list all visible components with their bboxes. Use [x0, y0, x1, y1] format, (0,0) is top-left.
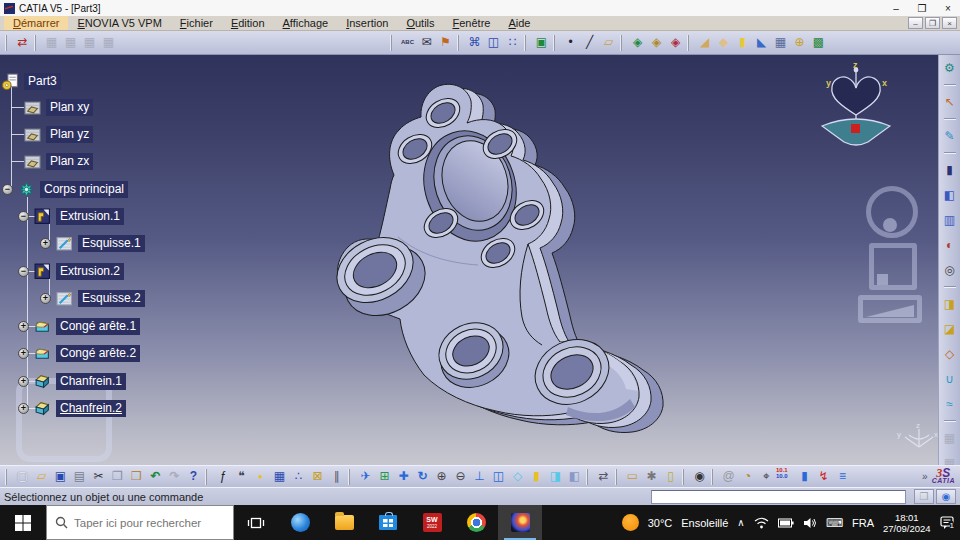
measure-icon[interactable]: 10.110.0: [776, 467, 795, 486]
status-globe-button[interactable]: ◉: [936, 489, 956, 504]
taskbar-solidworks[interactable]: SW 2022: [410, 505, 454, 540]
compass-widget[interactable]: z y x: [812, 60, 902, 155]
knowledge-dot-icon[interactable]: ●: [251, 467, 270, 486]
tree-item-esquisse-2[interactable]: + Esquisse.2: [40, 288, 145, 308]
fit-all-icon[interactable]: ⊞: [375, 467, 394, 486]
hole-tool-icon[interactable]: ◎: [941, 261, 959, 279]
stamp-icon[interactable]: ⚑: [436, 33, 455, 52]
touch-keyboard-icon[interactable]: ⌨: [826, 516, 843, 530]
view-diamond-icon[interactable]: ◆: [714, 33, 733, 52]
wifi-icon[interactable]: [754, 517, 769, 529]
enovia-sync-icon[interactable]: ⇄: [13, 33, 32, 52]
expand-expander[interactable]: +: [40, 238, 51, 249]
fold-tool-icon[interactable]: ◪: [941, 320, 959, 338]
toolbar-grip[interactable]: [205, 469, 209, 485]
view-cylinder-icon[interactable]: ▮: [733, 33, 752, 52]
view-target-icon[interactable]: ⊕: [790, 33, 809, 52]
tree-item-label[interactable]: Plan yz: [46, 126, 93, 143]
status-window-button[interactable]: ❐: [914, 489, 934, 504]
speaker-icon[interactable]: [803, 517, 817, 529]
part-3d-model[interactable]: [0, 55, 938, 465]
taskbar-task-view[interactable]: [234, 505, 278, 540]
toolbar-grip[interactable]: [524, 35, 528, 51]
restore-button[interactable]: ❐: [914, 3, 930, 14]
tree-item-label[interactable]: Corps principal: [40, 181, 128, 198]
expand-expander[interactable]: +: [18, 376, 29, 387]
view-colorbox-icon[interactable]: ▩: [809, 33, 828, 52]
surface-tool-icon[interactable]: ≈: [941, 395, 959, 413]
machine-icon[interactable]: ✱: [642, 467, 661, 486]
tree-item-corps-principal[interactable]: − Corps principal: [2, 179, 128, 199]
point-icon[interactable]: •: [561, 33, 580, 52]
mirror-planes-icon[interactable]: ◫: [484, 33, 503, 52]
speech-bubble-icon[interactable]: ❝: [232, 467, 251, 486]
iso-view-icon[interactable]: ◇: [508, 467, 527, 486]
tree-item-part3[interactable]: Part3: [2, 71, 61, 91]
selection-frame-icon[interactable]: ▣: [532, 33, 551, 52]
cut-icon[interactable]: ✂: [89, 467, 108, 486]
menu-edition[interactable]: Edition: [222, 16, 274, 30]
cylinder-icon[interactable]: ▮: [795, 467, 814, 486]
tree-item-label[interactable]: Chanfrein.1: [56, 373, 126, 390]
render-style-a-icon[interactable]: ◨: [546, 467, 565, 486]
undo-icon[interactable]: ↶: [146, 467, 165, 486]
rotate-icon[interactable]: ↻: [413, 467, 432, 486]
weather-temp[interactable]: 30°C: [648, 517, 673, 529]
pocket-tool-icon[interactable]: ◧: [941, 186, 959, 204]
expand-expander[interactable]: +: [40, 293, 51, 304]
new-document-icon[interactable]: ▢: [13, 467, 32, 486]
view-blue-wedge-icon[interactable]: ◣: [752, 33, 771, 52]
toolbar-grip[interactable]: [34, 35, 38, 51]
annotation-balloon-icon[interactable]: ✉: [417, 33, 436, 52]
sketcher-icon[interactable]: ✎: [941, 127, 959, 145]
toolbar-grip[interactable]: [586, 469, 590, 485]
shaft-tool-icon[interactable]: ◐: [941, 236, 959, 254]
close-button[interactable]: ×: [940, 3, 956, 14]
fillet-tool-icon[interactable]: ∪: [941, 370, 959, 388]
tree-item-conge-arete-2[interactable]: + Congé arête.2: [18, 343, 140, 363]
tree-item-extrusion-2[interactable]: − Extrusion.2: [18, 261, 124, 281]
collapse-expander[interactable]: −: [18, 266, 29, 277]
toolbar-grip[interactable]: [615, 469, 619, 485]
toolbar-grip[interactable]: [682, 469, 686, 485]
toolbar-grip[interactable]: [390, 35, 394, 51]
taskbar-search[interactable]: [46, 505, 234, 540]
view-wedge-icon[interactable]: ◢: [695, 33, 714, 52]
start-button[interactable]: [0, 505, 46, 540]
catalog-browse-icon[interactable]: ◈: [628, 33, 647, 52]
gauge-icon[interactable]: ◔: [738, 467, 757, 486]
product-structure-icon[interactable]: ∴: [289, 467, 308, 486]
taskbar-catia-active[interactable]: [498, 505, 542, 540]
save-icon[interactable]: ▣: [51, 467, 70, 486]
normal-view-icon[interactable]: ⊥: [470, 467, 489, 486]
view-wirebox-icon[interactable]: ▦: [771, 33, 790, 52]
tree-item-label[interactable]: Congé arête.2: [56, 345, 140, 362]
language-indicator[interactable]: FRA: [852, 517, 874, 529]
spellcheck-icon[interactable]: ABC: [398, 33, 417, 52]
whats-this-icon[interactable]: ?: [184, 467, 203, 486]
menu-aide[interactable]: Aide: [499, 16, 539, 30]
notification-center[interactable]: 1: [940, 516, 954, 530]
menu-insertion[interactable]: Insertion: [337, 16, 397, 30]
grid-icon[interactable]: ∷: [503, 33, 522, 52]
split-icon[interactable]: ∥: [327, 467, 346, 486]
collapse-expander[interactable]: −: [2, 184, 13, 195]
tree-item-label[interactable]: Esquisse.2: [78, 290, 145, 307]
catalog-update-icon[interactable]: ◈: [666, 33, 685, 52]
tree-item-label[interactable]: Part3: [24, 73, 61, 90]
weather-desc[interactable]: Ensoleillé: [681, 517, 728, 529]
shading-icon[interactable]: ▮: [527, 467, 546, 486]
design-table-icon[interactable]: ▦: [270, 467, 289, 486]
plane-icon[interactable]: ▱: [599, 33, 618, 52]
toolbar-grip[interactable]: [553, 35, 557, 51]
tree-item-label[interactable]: Extrusion.1: [56, 208, 124, 225]
cube-tool-icon[interactable]: ◇: [941, 345, 959, 363]
multipad-tool-icon[interactable]: ▥: [941, 211, 959, 229]
camera-icon[interactable]: ◉: [690, 467, 709, 486]
taskbar-explorer[interactable]: [322, 505, 366, 540]
bolt-icon[interactable]: ↯: [814, 467, 833, 486]
sheet-tool-icon[interactable]: ◨: [941, 295, 959, 313]
list-icon[interactable]: ≡: [833, 467, 852, 486]
axis-system-icon[interactable]: ⌖: [757, 467, 776, 486]
clipboard-pin-icon[interactable]: ⌘: [465, 33, 484, 52]
